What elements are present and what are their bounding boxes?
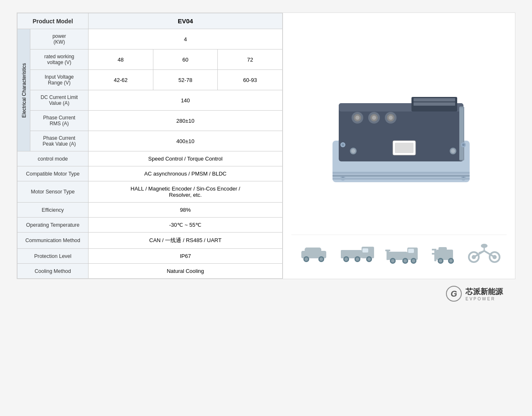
table-row: Protection Level IP67 [17, 249, 283, 264]
svg-rect-63 [438, 247, 447, 252]
phase-rms-label: Phase CurrentRMS (A) [30, 111, 89, 131]
svg-point-8 [355, 116, 360, 120]
range-42-62: 42-62 [89, 70, 153, 90]
table-row: Communication Method CAN / 一线通 / RS485 /… [17, 233, 283, 249]
logo-chinese: 芯派新能源 [466, 287, 503, 297]
spec-table: Product Model EV04 Electrical Characteri… [17, 13, 283, 279]
range-60-93: 60-93 [218, 70, 283, 90]
truck-icon [339, 243, 376, 263]
table-row: Electrical Characteristics power(KW) 4 [17, 29, 283, 50]
table-row: Efficiency 98% [17, 203, 283, 218]
svg-point-14 [389, 116, 393, 120]
protection-value: IP67 [89, 249, 283, 264]
electrical-section-label: Electrical Characteristics [17, 29, 30, 151]
table-row: Input VoltageRange (V) 42-62 52-78 60-93 [17, 70, 283, 90]
svg-point-11 [372, 116, 376, 120]
svg-rect-34 [332, 175, 470, 177]
cooling-label: Cooling Method [17, 264, 89, 279]
svg-rect-35 [332, 178, 470, 180]
svg-rect-37 [305, 248, 321, 253]
svg-point-57 [391, 259, 394, 262]
table-row: Operating Temperature -30℃ ~ 55℃ [17, 218, 283, 233]
motor-sensor-value: HALL / Magnetic Encoder / Sin-Cos Encode… [89, 181, 283, 203]
operating-temp-label: Operating Temperature [17, 218, 89, 233]
svg-rect-16 [395, 143, 414, 153]
svg-rect-55 [385, 250, 390, 251]
construction-icon [384, 241, 422, 264]
svg-text:G: G [451, 289, 457, 298]
table-row: Phase CurrentPeak Value (A) 400±10 [17, 131, 283, 151]
table-row: control mode Speed Control / Torque Cont… [17, 151, 283, 166]
svg-rect-65 [432, 249, 436, 250]
range-52-78: 52-78 [153, 70, 218, 90]
svg-point-28 [462, 144, 465, 146]
svg-point-20 [451, 149, 455, 153]
model-value: EV04 [89, 13, 283, 29]
voltage-48: 48 [89, 50, 153, 70]
table-row: DC Current LimitValue (A) 140 [17, 90, 283, 111]
phase-peak-label: Phase CurrentPeak Value (A) [30, 131, 89, 151]
logo-icon: G [446, 285, 462, 302]
table-row: rated workingvoltage (V) 48 60 72 [17, 50, 283, 70]
efficiency-label: Efficiency [17, 203, 89, 218]
svg-point-48 [356, 258, 359, 261]
power-value: 4 [89, 29, 283, 50]
forklift-icon [430, 241, 459, 264]
svg-point-78 [481, 244, 488, 248]
table-row: Compatible Motor Type AC asynchronous / … [17, 166, 283, 181]
control-mode-value: Speed Control / Torque Control [89, 151, 283, 166]
svg-rect-33 [332, 172, 470, 174]
cooling-value: Natural Cooling [89, 264, 283, 279]
svg-rect-5 [414, 102, 455, 106]
dc-current-label: DC Current LimitValue (A) [30, 90, 89, 111]
phase-peak-value: 400±10 [89, 131, 283, 151]
svg-rect-66 [432, 253, 436, 255]
input-voltage-label: Input VoltageRange (V) [30, 70, 89, 90]
efficiency-value: 98% [89, 203, 283, 218]
svg-rect-44 [362, 248, 368, 253]
header-row: Product Model EV04 [17, 13, 283, 29]
dc-current-value: 140 [89, 90, 283, 111]
svg-point-41 [320, 258, 323, 261]
voltage-60: 60 [153, 50, 218, 70]
bottom-bar: G 芯派新能源 EVPOWER [17, 279, 515, 308]
svg-point-70 [449, 259, 453, 262]
svg-point-39 [305, 258, 308, 261]
protection-label: Protection Level [17, 249, 89, 264]
car-icon [297, 243, 330, 263]
svg-point-68 [439, 259, 442, 262]
voltage-72: 72 [218, 50, 283, 70]
svg-rect-53 [408, 249, 414, 253]
product-image [291, 21, 507, 235]
phase-rms-value: 280±10 [89, 111, 283, 131]
svg-point-50 [367, 258, 371, 261]
svg-point-26 [342, 144, 344, 146]
compatible-motor-label: Compatible Motor Type [17, 166, 89, 181]
logo-text-area: 芯派新能源 EVPOWER [466, 287, 503, 301]
svg-rect-4 [414, 98, 455, 102]
table-row: Cooling Method Natural Cooling [17, 264, 283, 279]
device-svg [316, 62, 482, 195]
communication-label: Communication Method [17, 233, 89, 249]
table-row: Phase CurrentRMS (A) 280±10 [17, 111, 283, 131]
spec-table-section: Product Model EV04 Electrical Characteri… [17, 13, 283, 279]
operating-temp-value: -30℃ ~ 55℃ [89, 218, 283, 233]
motorcycle-icon [468, 243, 501, 263]
logo-english: EVPOWER [466, 297, 503, 301]
svg-point-59 [404, 259, 407, 262]
svg-point-61 [412, 259, 415, 262]
power-label: power(KW) [30, 29, 89, 50]
voltage-label: rated workingvoltage (V) [30, 50, 89, 70]
control-mode-label: control mode [17, 151, 89, 166]
compatible-motor-value: AC asynchronous / PMSM / BLDC [89, 166, 283, 181]
logo-area: G 芯派新能源 EVPOWER [446, 285, 503, 302]
vehicle-icons-row [291, 235, 507, 270]
svg-rect-64 [434, 249, 436, 261]
svg-point-46 [345, 258, 348, 261]
table-row: Motor Sensor Type HALL / Magnetic Encode… [17, 181, 283, 203]
product-model-label: Product Model [17, 13, 89, 29]
main-container: Product Model EV04 Electrical Characteri… [17, 12, 515, 279]
communication-value: CAN / 一线通 / RS485 / UART [89, 233, 283, 249]
motor-sensor-label: Motor Sensor Type [17, 181, 89, 203]
svg-point-18 [351, 149, 355, 153]
